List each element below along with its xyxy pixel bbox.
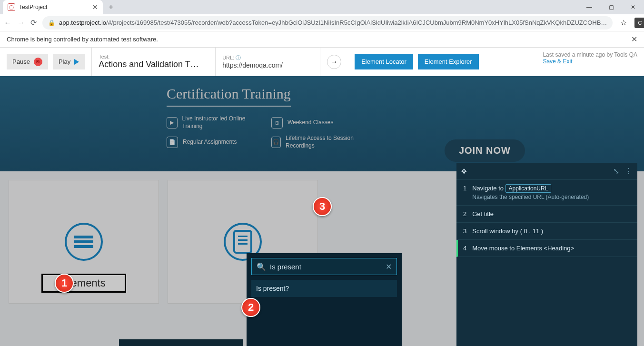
window-close-icon[interactable]: ✕	[622, 0, 644, 14]
banner-title: Certification Training	[167, 86, 291, 107]
test-name: Actions and Validation T…	[99, 59, 208, 69]
play-icon	[74, 59, 79, 65]
feature-text: Lifetime Access to Session Recordings	[286, 135, 367, 149]
step-row[interactable]: 4 Move mouse to Elements <Heading>	[456, 240, 637, 257]
clear-search-icon[interactable]: ✕	[386, 262, 392, 271]
steps-more-icon[interactable]: ⋮	[625, 167, 633, 176]
drag-move-icon[interactable]: ✥	[461, 168, 467, 175]
nav-forward-icon: →	[17, 19, 25, 27]
test-label: Test:	[99, 54, 208, 59]
card-elements[interactable]: Elements	[9, 180, 159, 304]
window-maximize-icon[interactable]: ▢	[600, 0, 622, 14]
bookmark-star-icon[interactable]: ☆	[618, 18, 629, 28]
step-row[interactable]: 3 Scroll window by ( 0 , 11 )	[456, 223, 637, 240]
calendar-icon: 🗓	[271, 117, 283, 129]
card-label: Elements	[41, 274, 126, 293]
infobar-close-icon[interactable]: ✕	[631, 35, 637, 44]
page-viewport: Certification Training ▶Live Instructor …	[0, 76, 644, 346]
step-row[interactable]: 2 Get title	[456, 206, 637, 223]
url-box[interactable]: 🔒 app.testproject.io/#/projects/169985/t…	[42, 16, 613, 30]
infobar-text: Chrome is being controlled by automated …	[7, 36, 158, 43]
collapse-icon[interactable]: ⤡	[613, 167, 619, 176]
step-subtext: Navigates the specified URL (Auto-genera…	[472, 194, 631, 200]
element-context-menu: Heading ⌬ ⋮ ✦ Actions › ✓ Validations › …	[119, 339, 243, 346]
elements-icon	[65, 223, 103, 261]
callout-badge-2: 2	[241, 298, 260, 317]
search-icon: 🔍	[257, 262, 266, 271]
element-locator-button[interactable]: Element Locator	[355, 54, 413, 69]
extension-icon[interactable]: C	[634, 18, 644, 28]
go-arrow-button[interactable]: →	[327, 55, 341, 69]
validation-search-panel: 🔍 ✕ Is present?	[247, 253, 402, 346]
search-box[interactable]: 🔍 ✕	[251, 258, 397, 275]
callout-badge-1: 1	[55, 274, 74, 293]
callout-badge-3: 3	[313, 197, 332, 216]
info-icon: ⓘ	[236, 55, 241, 60]
browser-tab[interactable]: ◯ TestProject ✕	[3, 0, 103, 14]
window-titlebar: ◯ TestProject ✕ + — ▢ ✕	[0, 0, 644, 14]
page-banner: Certification Training ▶Live Instructor …	[0, 76, 644, 171]
feature-text: Live Instructor led Online Training	[182, 115, 262, 130]
tab-close-icon[interactable]: ✕	[92, 3, 98, 11]
new-tab-button[interactable]: +	[109, 2, 114, 12]
url-label: URL: ⓘ	[222, 54, 313, 61]
feature-text: Weekend Classes	[287, 119, 334, 127]
headphones-icon: 🎧	[271, 137, 281, 148]
doc-icon: 📄	[167, 137, 178, 148]
play-circle-icon: ▶	[167, 117, 178, 129]
nav-back-icon[interactable]: ←	[4, 19, 11, 27]
tab-favicon: ◯	[8, 3, 15, 11]
element-explorer-button[interactable]: Element Explorer	[418, 54, 479, 69]
step-row[interactable]: 1 Navigate to ApplicationURL Navigates t…	[456, 180, 637, 206]
recorder-toolbar: Pause ⦿ Play Test: Actions and Validatio…	[0, 48, 644, 76]
last-saved-text: Last saved a minute ago by Tools QA	[543, 51, 637, 58]
feature-text: Regular Assignments	[183, 138, 237, 146]
param-tag: ApplicationURL	[505, 184, 552, 193]
url-path: /#/projects/169985/test/473055/recorder/…	[106, 19, 607, 26]
record-indicator-icon: ⦿	[34, 58, 42, 66]
search-input[interactable]	[270, 263, 382, 271]
url-host: app.testproject.io	[59, 19, 106, 26]
tab-title: TestProject	[19, 4, 89, 10]
save-exit-link[interactable]: Save & Exit	[543, 58, 637, 65]
automation-infobar: Chrome is being controlled by automated …	[0, 31, 644, 48]
steps-panel: ✥ ⤡ ⋮ 1 Navigate to ApplicationURL Navig…	[456, 163, 637, 346]
join-now-button[interactable]: JOIN NOW	[445, 139, 525, 162]
save-area: Last saved a minute ago by Tools QA Save…	[536, 48, 644, 76]
search-result-item[interactable]: Is present?	[251, 280, 397, 297]
lock-icon: 🔒	[48, 20, 55, 26]
play-button[interactable]: Play	[53, 54, 85, 69]
pause-button[interactable]: Pause ⦿	[7, 54, 48, 69]
nav-reload-icon[interactable]: ⟳	[30, 18, 37, 27]
window-minimize-icon[interactable]: —	[578, 0, 600, 14]
address-bar: ← → ⟳ 🔒 app.testproject.io/#/projects/16…	[0, 14, 644, 31]
url-value: https://demoqa.com/	[222, 61, 313, 69]
